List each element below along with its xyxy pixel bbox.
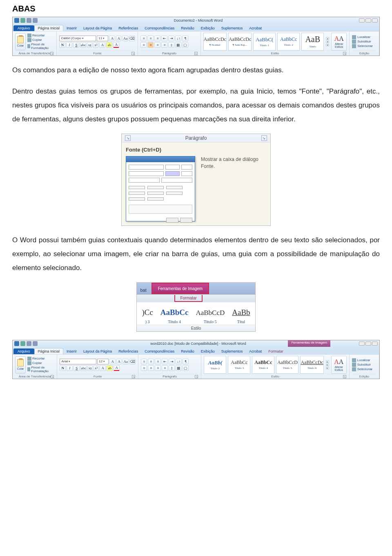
- grow-font-icon[interactable]: A: [109, 36, 115, 41]
- line-spacing-icon[interactable]: ‡: [168, 42, 174, 48]
- format-painter-button[interactable]: Pincel de Formatação: [27, 366, 54, 373]
- style-titulo5[interactable]: AaBbCcDTítulo 5: [196, 309, 225, 324]
- cut-button[interactable]: Recortar: [27, 33, 54, 38]
- text-effects-icon[interactable]: A: [99, 42, 105, 48]
- increase-indent-icon[interactable]: ⇥: [169, 359, 175, 364]
- style-heading2[interactable]: AaBbCcTítulo 2: [277, 33, 300, 51]
- font-name-combo[interactable]: Calibri (Corpo: [59, 36, 96, 41]
- style-titulo6[interactable]: AaBbTítul: [232, 308, 250, 324]
- subscript-icon[interactable]: x₂: [87, 42, 92, 48]
- highlight-icon[interactable]: ab: [106, 42, 112, 48]
- tab-home[interactable]: Página Inicial: [34, 25, 64, 31]
- tab-references[interactable]: Referências: [115, 25, 141, 31]
- tab-home[interactable]: Página Inicial: [34, 348, 64, 354]
- dialog-launcher-icon[interactable]: ↘: [132, 375, 135, 378]
- grow-font-icon[interactable]: A: [109, 359, 116, 364]
- dialog-launcher-icon[interactable]: ↘: [125, 135, 131, 141]
- font-size-combo[interactable]: 11: [97, 36, 108, 41]
- multilevel-icon[interactable]: ≡: [154, 36, 160, 41]
- numbering-icon[interactable]: ≡: [148, 359, 154, 364]
- dialog-launcher-icon[interactable]: ↘: [51, 375, 54, 378]
- find-button[interactable]: Localizar: [352, 358, 373, 362]
- italic-icon[interactable]: I: [67, 365, 73, 371]
- tab-review[interactable]: Revisão: [178, 348, 198, 354]
- shrink-font-icon[interactable]: A: [116, 36, 121, 41]
- align-left-icon[interactable]: ≡: [140, 42, 147, 48]
- style-fragment-3[interactable]: )Cc) 3: [142, 308, 153, 324]
- strike-icon[interactable]: abc: [80, 42, 86, 48]
- shading-icon[interactable]: ▦: [176, 365, 182, 371]
- replace-button[interactable]: Substituir: [352, 363, 373, 367]
- dialog-launcher-icon[interactable]: ↘: [261, 135, 267, 141]
- font-color-icon[interactable]: A: [113, 42, 119, 48]
- shrink-font-icon[interactable]: A: [116, 359, 122, 364]
- dialog-launcher-icon[interactable]: ↘: [131, 52, 135, 55]
- dialog-launcher-icon[interactable]: ↘: [343, 375, 346, 378]
- save-icon[interactable]: [20, 18, 25, 23]
- superscript-icon[interactable]: x²: [93, 42, 98, 48]
- align-left-icon[interactable]: ≡: [141, 365, 147, 371]
- style-titulo4[interactable]: AaBbCcTítulo 4: [160, 308, 189, 324]
- change-case-icon[interactable]: Aa: [122, 36, 128, 41]
- save-icon[interactable]: [20, 341, 25, 346]
- bold-icon[interactable]: N: [59, 42, 65, 48]
- paragraph-marks-icon[interactable]: ¶: [182, 36, 188, 41]
- window-buttons[interactable]: [359, 342, 378, 346]
- tab-formatar[interactable]: Formatar: [265, 348, 287, 354]
- shading-icon[interactable]: ▦: [175, 42, 181, 48]
- font-color-icon[interactable]: A: [114, 365, 120, 371]
- sort-icon[interactable]: ↓↑: [175, 36, 181, 41]
- window-buttons[interactable]: [359, 18, 378, 22]
- style-heading2[interactable]: AaBb(Título 2: [204, 356, 226, 374]
- font-name-combo[interactable]: Arial: [60, 359, 96, 364]
- underline-icon[interactable]: S: [74, 365, 80, 371]
- style-heading4[interactable]: AaBbCcTítulo 4: [252, 356, 274, 374]
- change-styles-button[interactable]: AAAlterar Estilos: [331, 356, 347, 374]
- bold-icon[interactable]: N: [60, 365, 66, 371]
- numbering-icon[interactable]: ≡: [147, 36, 154, 41]
- line-spacing-icon[interactable]: ‡: [169, 365, 175, 371]
- style-heading3[interactable]: AaBbCcTítulo 3: [228, 356, 250, 374]
- highlight-icon[interactable]: ab: [107, 365, 113, 371]
- dialog-launcher-icon[interactable]: ↘: [343, 52, 346, 55]
- clear-format-icon[interactable]: ⌫: [129, 36, 135, 41]
- borders-icon[interactable]: ▢: [182, 42, 188, 48]
- redo-icon[interactable]: [33, 341, 38, 346]
- paste-button[interactable]: Colar: [15, 356, 26, 373]
- tab-file[interactable]: Arquivo: [13, 348, 34, 354]
- bullets-icon[interactable]: ≡: [141, 359, 147, 364]
- tab-layout[interactable]: Layout da Página: [80, 348, 115, 354]
- select-button[interactable]: Selecionar: [352, 44, 373, 48]
- style-nospace[interactable]: AaBbCcDc¶ Sem Esp...: [228, 33, 252, 51]
- tab-mailings[interactable]: Correspondências: [141, 25, 178, 31]
- undo-icon[interactable]: [27, 341, 31, 346]
- borders-icon[interactable]: ▢: [183, 365, 189, 371]
- decrease-indent-icon[interactable]: ⇤: [161, 36, 167, 41]
- align-center-icon[interactable]: ≡: [148, 365, 154, 371]
- text-effects-icon[interactable]: A: [100, 365, 106, 371]
- strike-icon[interactable]: abc: [80, 365, 87, 371]
- style-heading1[interactable]: AaBbC(Título 1: [253, 33, 276, 51]
- replace-button[interactable]: Substituir: [352, 40, 373, 44]
- dialog-launcher-icon[interactable]: ↘: [194, 52, 198, 55]
- tab-file[interactable]: Arquivo: [13, 25, 34, 31]
- style-normal[interactable]: AaBbCcDc¶ Normal: [203, 33, 227, 51]
- style-heading6[interactable]: AaBbCcDcTítulo 6: [300, 356, 323, 374]
- style-title[interactable]: AaBTítulo: [301, 33, 324, 51]
- dialog-launcher-icon[interactable]: ↘: [195, 375, 198, 378]
- align-center-icon[interactable]: ≡: [147, 42, 154, 48]
- copy-button[interactable]: Copiar: [27, 361, 54, 365]
- clear-format-icon[interactable]: ⌫: [129, 359, 136, 364]
- style-heading5[interactable]: AaBbCcDTítulo 5: [276, 356, 298, 374]
- tab-addins[interactable]: Suplementos: [218, 25, 246, 31]
- select-button[interactable]: Selecionar: [352, 367, 373, 371]
- tab-view[interactable]: Exibição: [198, 25, 218, 31]
- paragraph-marks-icon[interactable]: ¶: [183, 359, 189, 364]
- change-case-icon[interactable]: Aa: [122, 359, 129, 364]
- cut-button[interactable]: Recortar: [27, 357, 54, 361]
- bullets-icon[interactable]: ≡: [140, 36, 147, 41]
- format-painter-button[interactable]: Pincel de Formatação: [27, 42, 54, 50]
- justify-icon[interactable]: ≡: [161, 42, 167, 48]
- tab-mailings[interactable]: Correspondências: [141, 348, 178, 354]
- copy-button[interactable]: Copiar: [27, 38, 54, 42]
